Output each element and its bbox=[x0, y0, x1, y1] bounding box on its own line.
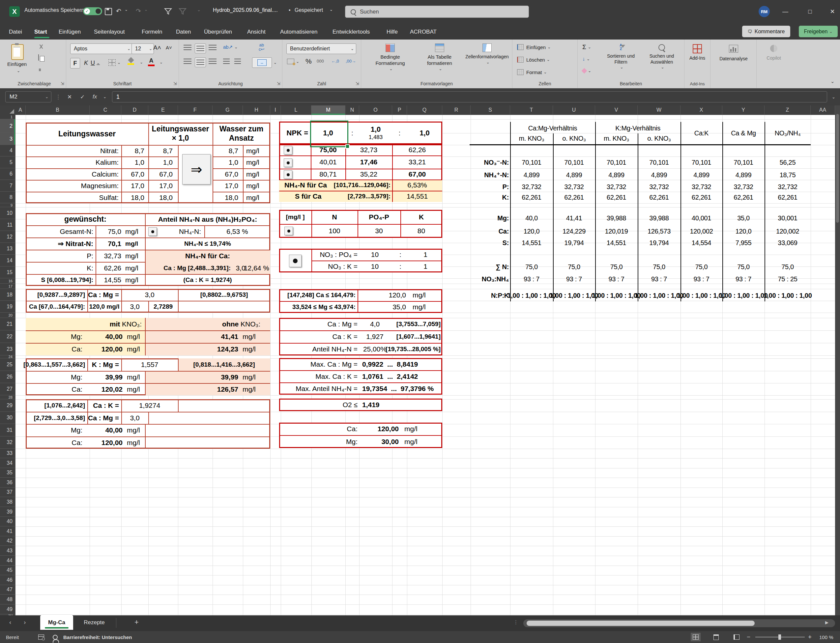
cell[interactable]: 17,0 bbox=[121, 180, 144, 192]
cell[interactable]: mg/l bbox=[413, 289, 442, 301]
matrix-cell[interactable]: 62,261 bbox=[553, 192, 595, 203]
cell[interactable]: mg/l bbox=[127, 330, 145, 343]
right-table-row-label[interactable]: Mg: bbox=[468, 212, 509, 224]
cell[interactable]: 40,00 bbox=[85, 424, 123, 436]
column-header[interactable]: Q bbox=[407, 105, 442, 115]
chevron-down-icon[interactable]: ⌄ bbox=[138, 60, 143, 65]
cell[interactable]: 12,64 % bbox=[243, 262, 269, 274]
cell[interactable]: (Ca : K = 1,9274) bbox=[145, 274, 270, 286]
matrix-cell[interactable]: 30,001 bbox=[765, 212, 811, 224]
cell[interactable]: 3,0 bbox=[121, 301, 148, 313]
cell[interactable]: O2 ≤ bbox=[279, 398, 358, 411]
cell[interactable]: mg/l bbox=[413, 301, 442, 313]
chevron-down-icon[interactable]: ⌄ bbox=[124, 7, 128, 12]
cell[interactable]: 8,7 bbox=[148, 145, 173, 157]
align-center-icon[interactable] bbox=[195, 57, 206, 67]
row-header[interactable]: 41 bbox=[0, 527, 15, 536]
cell[interactable]: NO₃ : K = bbox=[311, 261, 358, 273]
wrap-text-icon[interactable]: abc↩ bbox=[259, 43, 264, 51]
next-sheet-icon[interactable]: › bbox=[24, 619, 26, 626]
cell[interactable]: 19,7354 ... 97,3796 % bbox=[362, 382, 441, 395]
paste-button[interactable]: Einfügen bbox=[7, 61, 27, 67]
cell[interactable]: NO₃ : PO₄ = bbox=[311, 249, 358, 261]
column-header[interactable]: P bbox=[392, 105, 407, 115]
page-layout-view-button[interactable] bbox=[711, 633, 721, 641]
cell[interactable]: mg/l bbox=[127, 436, 145, 449]
matrix-cell[interactable]: 14,551 bbox=[510, 237, 553, 248]
cell[interactable]: Kalium: bbox=[26, 157, 119, 168]
cell[interactable]: 120,02 bbox=[85, 383, 123, 395]
row-header[interactable]: 30 bbox=[0, 412, 15, 424]
tab-seitenlayout[interactable]: Seitenlayout bbox=[94, 26, 125, 38]
matrix-cell[interactable]: 75,0 bbox=[765, 261, 811, 273]
sheet-tab-mgca[interactable]: Mg-Ca bbox=[40, 615, 73, 630]
cell[interactable]: 1,557 bbox=[121, 358, 178, 371]
matrix-cell[interactable]: 32,732 bbox=[553, 181, 595, 193]
row-header[interactable]: 19 bbox=[0, 301, 15, 313]
row-header[interactable]: 32 bbox=[0, 436, 15, 449]
cell[interactable]: 120,00 bbox=[85, 343, 123, 356]
row-header[interactable]: 23 bbox=[0, 343, 15, 356]
cell[interactable]: Ca: bbox=[26, 436, 82, 449]
column-header[interactable]: G bbox=[212, 105, 243, 115]
fill-button[interactable]: ↓⌄ bbox=[582, 56, 590, 62]
column-header[interactable]: Leitungswasser× 1,0 bbox=[148, 122, 212, 145]
row-header[interactable]: 44 bbox=[0, 556, 15, 566]
search-input[interactable]: Suchen bbox=[345, 6, 529, 18]
cell[interactable]: 3,0 bbox=[121, 412, 148, 424]
tab-ueberpruefen[interactable]: Überprüfen bbox=[204, 26, 232, 38]
cell[interactable]: 1,0 bbox=[407, 122, 442, 144]
cell[interactable]: 30 bbox=[358, 224, 400, 238]
row-header[interactable]: 4 bbox=[0, 145, 15, 157]
row-header[interactable]: 25 bbox=[0, 358, 15, 371]
matrix-cell[interactable]: 1,00 : 1,00 : 1,00 bbox=[722, 290, 765, 301]
tab-start[interactable]: Start bbox=[34, 26, 47, 38]
undo-button[interactable]: ↶ bbox=[116, 7, 121, 15]
cell[interactable]: 40,00 bbox=[85, 330, 123, 343]
row-header[interactable]: 28 bbox=[0, 395, 15, 399]
cell[interactable]: 35,22 bbox=[345, 169, 392, 180]
cell[interactable]: 14,55 bbox=[96, 274, 121, 286]
row-header[interactable]: 37 bbox=[0, 488, 15, 497]
cell[interactable]: 120,00 bbox=[358, 423, 399, 435]
row-header[interactable]: 20 bbox=[0, 313, 15, 318]
minimize-button[interactable]: — bbox=[778, 5, 793, 18]
radio-button[interactable] bbox=[289, 255, 302, 267]
cell[interactable]: [3,7553...7,059] bbox=[392, 318, 441, 330]
matrix-cell[interactable]: 93 : 7 bbox=[553, 273, 595, 285]
tab-entwicklertools[interactable]: Entwicklertools bbox=[332, 26, 370, 38]
cell[interactable]: Max. Ca : K = bbox=[279, 370, 358, 382]
matrix-cell[interactable]: 70,101 bbox=[722, 157, 765, 168]
matrix-cell[interactable]: 56,25 bbox=[765, 157, 811, 168]
merge-center-button[interactable]: ↔⌄ bbox=[252, 57, 277, 68]
align-left-icon[interactable] bbox=[183, 59, 191, 64]
close-button[interactable]: ✕ bbox=[825, 5, 840, 18]
cell[interactable]: 1,0 bbox=[212, 157, 238, 168]
row-header[interactable]: 15 bbox=[0, 266, 15, 278]
row-header[interactable]: 27 bbox=[0, 383, 15, 395]
tab-ansicht[interactable]: Ansicht bbox=[247, 26, 266, 38]
right-table-row-label[interactable]: Ca: bbox=[468, 226, 509, 237]
row-header[interactable]: 11 bbox=[0, 219, 15, 231]
row-header[interactable]: 40 bbox=[0, 517, 15, 526]
addins-button[interactable]: Add-Ins bbox=[689, 44, 706, 61]
matrix-cell[interactable]: 14,551 bbox=[595, 237, 638, 248]
matrix-cell[interactable]: 19,794 bbox=[553, 237, 595, 248]
cell[interactable]: ⇒ Nitrat-N: bbox=[26, 238, 93, 250]
matrix-cell[interactable]: 39,988 bbox=[638, 212, 680, 224]
cell[interactable]: [0,8802...9,6753] bbox=[178, 289, 270, 301]
cell[interactable]: 39,99 bbox=[171, 371, 238, 383]
comments-button[interactable]: 🗨Kommentare bbox=[742, 26, 790, 37]
matrix-cell[interactable]: 40,0 bbox=[510, 212, 553, 224]
cell[interactable]: 30,00 bbox=[358, 435, 399, 448]
cell[interactable]: mit KNO₃: bbox=[26, 318, 142, 330]
right-table-row-label[interactable]: K: bbox=[468, 192, 509, 203]
chevron-down-icon[interactable]: ⌄ bbox=[103, 91, 106, 103]
cell[interactable]: 80,71 bbox=[311, 169, 345, 180]
right-table-row-label[interactable]: ∑ N: bbox=[468, 261, 509, 273]
cell[interactable]: 67,0 bbox=[212, 168, 238, 180]
matrix-cell[interactable]: 1,00 : 1,00 : 1,00 bbox=[638, 290, 680, 301]
cell[interactable]: Gesamt-N: bbox=[26, 225, 93, 238]
cell[interactable]: 1,9274 bbox=[121, 399, 178, 412]
matrix-cell[interactable]: 4,899 bbox=[510, 169, 553, 181]
